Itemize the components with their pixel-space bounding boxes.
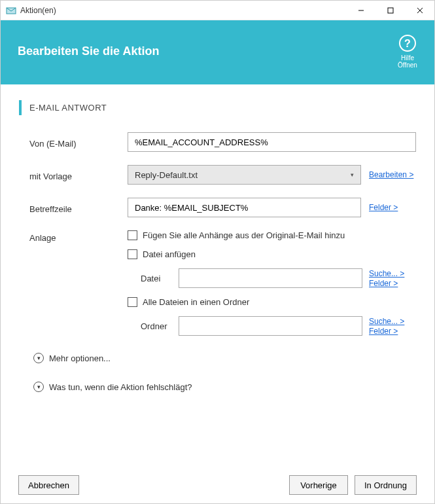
cancel-button[interactable]: Abbrechen xyxy=(18,475,79,495)
expander-on-fail[interactable]: ▾ Was tun, wenn die Aktion fehlschlägt? xyxy=(19,378,416,396)
help-icon: ? xyxy=(398,33,417,53)
file-input[interactable] xyxy=(179,268,362,288)
folder-fields-link[interactable]: Felder > xyxy=(369,327,416,336)
svg-text:?: ? xyxy=(404,38,411,49)
close-button[interactable] xyxy=(405,1,434,20)
template-select[interactable]: Reply-Default.txt ▾ xyxy=(128,165,361,185)
subject-input[interactable] xyxy=(128,198,361,217)
expander-more-options[interactable]: ▾ Mehr optionen... xyxy=(19,349,416,367)
folder-search-link[interactable]: Suche... > xyxy=(369,317,416,326)
check-attach-folder[interactable]: Alle Dateien in einen Ordner xyxy=(128,297,416,307)
header: Bearbeiten Sie die Aktion ? Hilfe Öffnen xyxy=(1,20,434,84)
attach-label: Anlage xyxy=(29,230,128,243)
help-button[interactable]: ? Hilfe Öffnen xyxy=(398,33,417,69)
from-input[interactable] xyxy=(128,132,416,152)
attach-file-cb-label: Datei anfügen xyxy=(143,249,196,259)
app-icon xyxy=(6,5,16,16)
help-label-2: Öffnen xyxy=(398,62,417,69)
footer: Abbrechen Vorherige In Ordnung xyxy=(0,466,435,504)
template-label: mit Vorlage xyxy=(29,169,128,181)
more-options-label: Mehr optionen... xyxy=(49,353,111,363)
folder-input[interactable] xyxy=(179,316,362,336)
checkbox-icon xyxy=(128,297,137,307)
subrow-file: Datei Suche... > Felder > xyxy=(128,268,416,288)
chevron-down-icon: ▾ xyxy=(33,353,44,363)
ok-button[interactable]: In Ordnung xyxy=(355,475,417,495)
chevron-down-icon: ▾ xyxy=(33,382,44,392)
file-fields-link[interactable]: Felder > xyxy=(369,279,416,288)
checkbox-icon xyxy=(128,230,137,240)
template-value: Reply-Default.txt xyxy=(135,170,198,180)
window-title: Aktion(en) xyxy=(20,6,346,15)
page-title: Bearbeiten Sie die Aktion xyxy=(18,45,398,58)
titlebar: Aktion(en) xyxy=(1,1,434,20)
content: E-MAIL ANTWORT Von (E-Mail) mit Vorlage … xyxy=(1,84,434,408)
section-title: E-MAIL ANTWORT xyxy=(19,100,416,115)
file-sublabel: Datei xyxy=(141,274,172,283)
previous-button[interactable]: Vorherige xyxy=(289,475,348,495)
maximize-button[interactable] xyxy=(375,1,405,20)
row-from: Von (E-Mail) xyxy=(19,132,416,152)
on-fail-label: Was tun, wenn die Aktion fehlschlägt? xyxy=(49,382,192,392)
checkbox-icon xyxy=(128,249,137,259)
check-attach-file[interactable]: Datei anfügen xyxy=(128,249,416,259)
attach-all-label: Fügen Sie alle Anhänge aus der Original-… xyxy=(143,230,345,240)
subject-label: Betreffzeile xyxy=(29,202,128,214)
subject-fields-link[interactable]: Felder > xyxy=(369,203,416,212)
row-template: mit Vorlage Reply-Default.txt ▾ Bearbeit… xyxy=(19,165,416,185)
row-subject: Betreffzeile Felder > xyxy=(19,198,416,217)
template-edit-link[interactable]: Bearbeiten > xyxy=(369,170,416,179)
chevron-down-icon: ▾ xyxy=(351,171,354,178)
folder-sublabel: Ordner xyxy=(141,321,172,331)
minimize-button[interactable] xyxy=(346,1,375,20)
file-search-link[interactable]: Suche... > xyxy=(369,269,416,278)
from-label: Von (E-Mail) xyxy=(29,136,128,149)
check-attach-all[interactable]: Fügen Sie alle Anhänge aus der Original-… xyxy=(128,230,416,240)
attach-folder-cb-label: Alle Dateien in einen Ordner xyxy=(143,297,249,307)
row-attachments: Anlage Fügen Sie alle Anhänge aus der Or… xyxy=(19,230,416,336)
svg-rect-2 xyxy=(388,8,393,13)
help-label-1: Hilfe xyxy=(398,54,417,62)
subrow-folder: Ordner Suche... > Felder > xyxy=(128,316,416,336)
